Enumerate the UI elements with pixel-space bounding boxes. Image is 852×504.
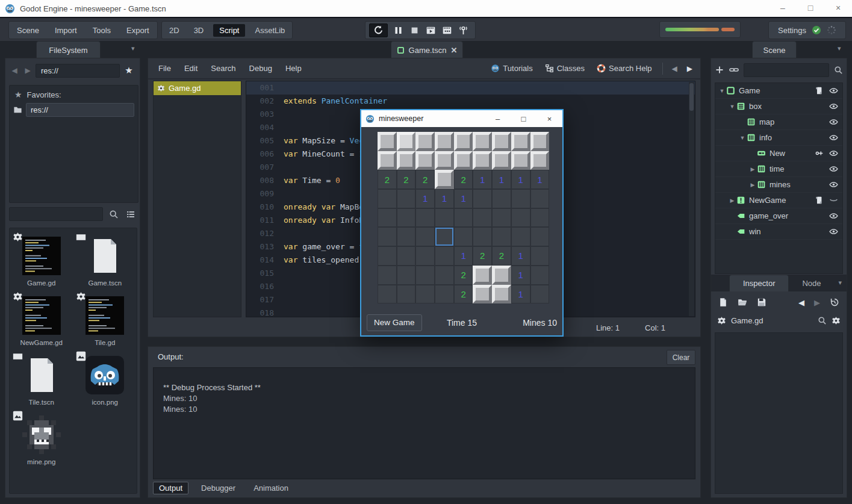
cell-r5c0[interactable] (378, 227, 397, 246)
cell-r1c0-unopened[interactable] (378, 151, 397, 170)
visibility-icon[interactable] (829, 133, 838, 142)
maximize-button[interactable]: □ (797, 0, 824, 16)
tab-filesystem[interactable]: FileSystem (36, 41, 101, 58)
cell-r0c4-unopened[interactable] (454, 132, 473, 151)
cell-r7c4[interactable]: 2 (454, 266, 473, 285)
code-line-001[interactable]: 001 (246, 81, 695, 95)
cell-r5c7[interactable] (511, 227, 530, 246)
history-icon[interactable] (830, 297, 839, 307)
scene-node-game_over[interactable]: game_over (715, 208, 842, 224)
tab-close-icon[interactable]: ✕ (450, 46, 457, 55)
workspace-tab-assetlib[interactable]: AssetLib (247, 26, 292, 35)
cell-r0c2-unopened[interactable] (415, 132, 435, 151)
script-menu-debug[interactable]: Debug (243, 64, 279, 73)
renderer-gradient-bar[interactable] (659, 21, 741, 38)
expander-open-icon[interactable]: ▼ (738, 135, 747, 141)
cell-r1c2-unopened[interactable] (415, 151, 435, 170)
cell-r7c1[interactable] (397, 266, 416, 285)
cell-r4c6[interactable] (492, 208, 511, 228)
workspace-tab-2d[interactable]: 2D (162, 26, 187, 35)
cell-r3c5[interactable] (473, 189, 492, 208)
script-menu-help[interactable]: Help (279, 64, 308, 73)
signal-icon[interactable] (815, 149, 824, 158)
file-item-NewGame.gd[interactable]: NewGame.gd (10, 296, 73, 346)
cell-r4c8[interactable] (530, 208, 550, 228)
cell-r7c0[interactable] (378, 266, 397, 285)
cell-r0c6-unopened[interactable] (492, 132, 511, 151)
cell-r0c5-unopened[interactable] (473, 132, 492, 151)
new-game-button[interactable]: New Game (367, 314, 422, 331)
scene-dock-dropdown-icon[interactable]: ▾ (838, 45, 841, 52)
instance-scene-icon[interactable] (729, 65, 739, 75)
bottom-tab-animation[interactable]: Animation (248, 482, 294, 494)
add-node-icon[interactable] (715, 65, 724, 75)
cell-r5c3-focused[interactable] (435, 227, 454, 246)
cell-r7c6-unopened[interactable] (492, 266, 511, 285)
minimize-button[interactable]: – (769, 0, 797, 16)
playback-stop-button[interactable] (406, 25, 423, 36)
fs-back-button[interactable]: ◀ (9, 64, 20, 77)
minesweeper-minimize-button[interactable]: – (485, 110, 511, 127)
scene-node-win[interactable]: win (715, 224, 842, 240)
cell-r3c3[interactable]: 1 (435, 189, 454, 208)
script-history-forward-icon[interactable]: ▶ (684, 64, 695, 73)
bottom-tab-debugger[interactable]: Debugger (196, 482, 241, 494)
cell-r3c7[interactable] (511, 189, 530, 208)
cell-r7c7[interactable]: 1 (511, 266, 530, 285)
code-scrollbar[interactable] (689, 82, 694, 316)
cell-r6c8[interactable] (530, 246, 550, 266)
file-item-Tile.gd[interactable]: Tile.gd (73, 296, 137, 346)
cell-r8c7[interactable]: 1 (511, 285, 530, 304)
cell-r0c3-unopened[interactable] (435, 132, 454, 151)
fs-favorite-item[interactable]: res:// (10, 101, 138, 119)
code-line-002[interactable]: 002extends PanelContainer (246, 95, 695, 108)
cell-r4c4[interactable] (454, 208, 473, 228)
workspace-tab-script[interactable]: Script (213, 24, 245, 37)
file-item-Game.gd[interactable]: Game.gd (10, 237, 73, 287)
scene-search-icon[interactable] (834, 66, 843, 75)
cell-r5c5[interactable] (473, 227, 492, 246)
cell-r2c2[interactable]: 2 (415, 170, 435, 189)
history-back-icon[interactable]: ◀ (798, 298, 804, 307)
cell-r2c6[interactable]: 1 (492, 170, 511, 189)
visibility-icon[interactable] (829, 149, 838, 158)
cell-r0c8-unopened[interactable] (530, 132, 550, 151)
cell-r6c1[interactable] (397, 246, 416, 266)
scene-node-time[interactable]: ▶time (715, 161, 842, 177)
cell-r0c7-unopened[interactable] (511, 132, 530, 151)
cell-r3c6[interactable] (492, 189, 511, 208)
search-icon[interactable] (109, 210, 119, 219)
cell-r3c8[interactable] (530, 189, 550, 208)
menu-tools[interactable]: Tools (85, 26, 119, 35)
file-item-mine.png[interactable]: mine.png (10, 415, 73, 465)
cell-r4c2[interactable] (415, 208, 435, 228)
scene-node-info[interactable]: ▼info (715, 130, 842, 146)
cell-r6c6[interactable]: 2 (492, 246, 511, 266)
cell-r7c8[interactable] (530, 266, 550, 285)
visibility-icon[interactable] (829, 117, 838, 126)
cell-r6c7[interactable]: 1 (511, 246, 530, 266)
script-list-item-Game.gd[interactable]: Game.gd (154, 81, 241, 95)
expander-open-icon[interactable]: ▼ (718, 88, 726, 94)
scene-node-NewGame[interactable]: ▶NewGame (715, 193, 842, 208)
playback-movie-play-button[interactable] (423, 25, 439, 36)
playback-movie-custom-button[interactable] (439, 25, 455, 36)
minesweeper-close-button[interactable]: × (536, 110, 562, 127)
inspector-dropdown-icon[interactable]: ▾ (838, 279, 847, 291)
settings-button[interactable]: Settings (768, 21, 846, 39)
tab-scene-file[interactable]: Game.tscn ✕ (391, 41, 463, 58)
cell-r6c3[interactable] (435, 246, 454, 266)
history-forward-icon[interactable]: ▶ (814, 298, 820, 307)
inspector-tab-node[interactable]: Node (789, 275, 834, 291)
cell-r4c1[interactable] (397, 208, 416, 228)
cell-r6c5[interactable]: 2 (473, 246, 492, 266)
inspector-tools-icon[interactable] (832, 316, 841, 325)
cell-r3c2[interactable]: 1 (415, 189, 435, 208)
inspector-tab-inspector[interactable]: Inspector (729, 275, 789, 291)
save-resource-icon[interactable] (757, 297, 766, 307)
cell-r2c8[interactable]: 1 (530, 170, 550, 189)
cell-r8c6-unopened[interactable] (492, 285, 511, 304)
cell-r1c8-unopened[interactable] (530, 151, 550, 170)
expander-closed-icon[interactable]: ▶ (748, 182, 757, 188)
scene-node-New[interactable]: New (715, 146, 842, 161)
